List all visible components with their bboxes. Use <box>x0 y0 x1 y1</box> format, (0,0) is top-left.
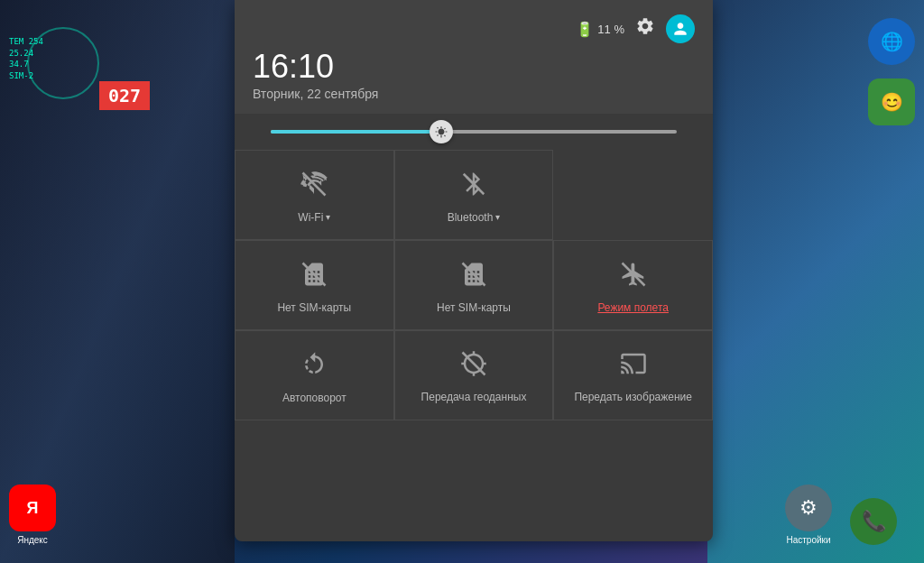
cast-label: Передать изображение <box>574 391 692 405</box>
settings-button[interactable] <box>635 16 655 42</box>
date-display: Вторник, 22 сентября <box>253 87 695 101</box>
toggle-location[interactable]: Передача геоданных <box>394 330 554 420</box>
bluetooth-dropdown-arrow: ▾ <box>495 212 500 222</box>
toggle-sim1[interactable]: Нет SIM-карты <box>235 240 394 330</box>
yandex-label: Яндекс <box>17 535 48 545</box>
autorotate-label: Автоповорот <box>282 392 346 404</box>
location-label: Передача геоданных <box>421 391 527 405</box>
sim1-off-icon <box>300 261 328 294</box>
toggle-autorotate[interactable]: Автоповорот <box>235 330 394 420</box>
settings-app-icon[interactable]: ⚙ <box>785 485 832 531</box>
settings-app-item[interactable]: ⚙ Настройки <box>785 485 832 545</box>
brightness-fill <box>271 130 441 134</box>
battery-status: 🔋 11 % <box>576 21 624 38</box>
smiley-icon[interactable]: 😊 <box>868 78 915 125</box>
sim2-label: Нет SIM-карты <box>437 301 511 314</box>
flight-mode-icon <box>620 261 647 294</box>
wifi-dropdown-arrow: ▾ <box>326 212 330 222</box>
panel-header: 🔋 11 % 16:10 Вторник, 22 сентября <box>235 0 713 114</box>
battery-percent: 11 % <box>597 23 624 36</box>
right-app-icons: 🌐 😊 <box>868 18 915 125</box>
toggle-sim2[interactable]: Нет SIM-карты <box>394 240 554 330</box>
yandex-app-icon[interactable]: Я Яндекс <box>9 485 56 545</box>
globe-icon[interactable]: 🌐 <box>868 18 915 65</box>
battery-icon: 🔋 <box>576 21 594 38</box>
settings-app-label: Настройки <box>786 535 830 545</box>
wifi-off-icon <box>300 171 328 204</box>
user-avatar[interactable] <box>666 14 695 43</box>
header-top-row: 🔋 11 % <box>253 14 695 43</box>
toggle-wifi[interactable]: Wi-Fi ▾ <box>235 150 394 240</box>
bluetooth-off-icon <box>460 171 487 204</box>
bluetooth-label: Bluetooth ▾ <box>448 211 501 224</box>
hud-text: TEM 25425.2434.7SIM-2 <box>9 36 43 81</box>
time-display: 16:10 <box>253 51 695 83</box>
brightness-thumb[interactable] <box>430 120 453 143</box>
phone-app-item[interactable]: 📞 <box>850 498 897 545</box>
brightness-track[interactable] <box>271 130 677 134</box>
hud-027-label: 027 <box>99 81 150 110</box>
yandex-icon-circle[interactable]: Я <box>9 485 56 531</box>
notification-panel: 🔋 11 % 16:10 Вторник, 22 сентября <box>235 0 713 541</box>
autorotate-icon <box>300 351 328 384</box>
flight-mode-label: Режим полета <box>597 301 669 314</box>
phone-app-icon[interactable]: 📞 <box>850 498 897 545</box>
sim1-label: Нет SIM-карты <box>277 301 351 314</box>
toggle-flight-mode[interactable]: Режим полета <box>553 240 713 330</box>
bottom-right-icons: ⚙ Настройки 📞 <box>785 485 897 545</box>
cast-icon <box>620 350 647 383</box>
toggle-cast[interactable]: Передать изображение <box>553 330 713 420</box>
quick-toggles-grid: Wi-Fi ▾ Bluetooth ▾ <box>235 150 713 420</box>
toggle-bluetooth[interactable]: Bluetooth ▾ <box>394 150 554 240</box>
sim2-off-icon <box>460 261 487 294</box>
location-off-icon <box>460 350 487 383</box>
brightness-control <box>235 114 713 150</box>
wifi-label: Wi-Fi ▾ <box>298 211 330 224</box>
